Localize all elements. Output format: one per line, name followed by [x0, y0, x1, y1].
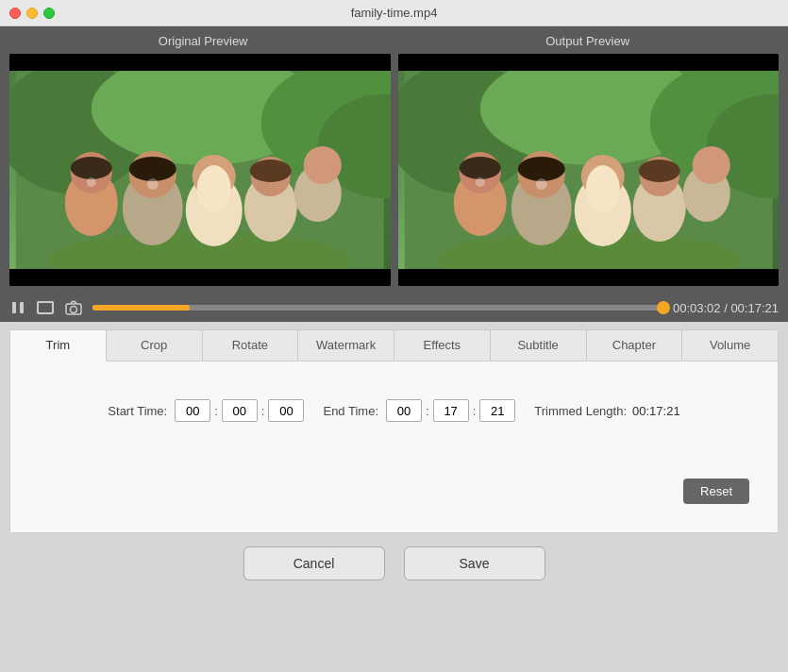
svg-rect-46 [38, 302, 53, 313]
svg-point-41 [692, 146, 729, 184]
svg-point-43 [535, 178, 546, 190]
close-button[interactable] [9, 8, 21, 19]
frame-button[interactable] [36, 299, 55, 316]
svg-point-14 [197, 165, 231, 212]
maximize-button[interactable] [43, 8, 55, 19]
original-video-panel [9, 54, 391, 286]
frame-icon [36, 299, 55, 316]
svg-rect-45 [20, 302, 24, 313]
tab-watermark[interactable]: Watermark [298, 330, 394, 361]
cancel-button[interactable]: Cancel [243, 546, 385, 580]
output-video-image [398, 71, 780, 269]
preview-area: Original Preview Output Preview [0, 26, 788, 294]
svg-point-19 [304, 146, 342, 184]
svg-point-21 [147, 178, 159, 190]
end-hh-input[interactable] [386, 399, 422, 422]
start-hh-input[interactable] [175, 399, 210, 422]
progress-thumb[interactable] [657, 301, 670, 314]
output-label: Output Preview [545, 34, 629, 48]
start-sep2: : [261, 404, 265, 418]
trim-row: Start Time: : : End Time: : : Trimmed Le… [29, 399, 759, 422]
trimmed-length-group: Trimmed Length: 00:17:21 [534, 404, 679, 418]
end-sep2: : [473, 404, 477, 418]
time-display: 00:03:02 / 00:17:21 [673, 301, 779, 315]
tabs-header: Trim Crop Rotate Watermark Effects Subti… [10, 330, 778, 361]
start-time-group: Start Time: : : [108, 399, 304, 422]
end-time-group: End Time: : : [323, 399, 515, 422]
controls-bar: 00:03:02 / 00:17:21 [0, 294, 788, 322]
end-ss-input[interactable] [479, 399, 515, 422]
trim-panel: Start Time: : : End Time: : : Trimmed Le… [10, 361, 778, 532]
svg-point-36 [585, 165, 619, 212]
original-video-svg [9, 71, 391, 269]
preview-videos [9, 54, 779, 286]
reset-row: Reset [29, 479, 759, 513]
start-ss-input[interactable] [268, 399, 304, 422]
end-time-label: End Time: [323, 404, 378, 418]
svg-rect-44 [12, 302, 16, 313]
svg-point-11 [129, 157, 176, 181]
top-bar-output [398, 54, 780, 71]
window-title: family-time.mp4 [351, 6, 438, 20]
tab-trim[interactable]: Trim [10, 330, 107, 361]
svg-point-33 [517, 157, 564, 181]
svg-point-42 [475, 177, 484, 187]
minimize-button[interactable] [26, 8, 38, 19]
tab-chapter[interactable]: Chapter [587, 330, 683, 361]
svg-point-48 [71, 307, 77, 313]
end-sep1: : [426, 404, 429, 418]
svg-point-39 [638, 160, 679, 182]
tab-effects[interactable]: Effects [394, 330, 491, 361]
tab-subtitle[interactable]: Subtitle [491, 330, 587, 361]
top-bar-original [9, 54, 391, 71]
start-mm-input[interactable] [222, 399, 258, 422]
trimmed-label: Trimmed Length: [534, 404, 627, 418]
start-time-label: Start Time: [108, 404, 167, 418]
progress-bar[interactable] [92, 305, 663, 311]
output-video-svg [398, 71, 780, 269]
bottom-bar-original [9, 269, 391, 286]
save-button[interactable]: Save [404, 546, 545, 580]
svg-point-30 [459, 157, 500, 179]
camera-icon [64, 299, 83, 316]
pause-icon [9, 299, 26, 316]
reset-button[interactable]: Reset [683, 479, 749, 504]
output-video-panel [398, 54, 780, 286]
svg-point-20 [87, 177, 96, 187]
svg-point-17 [250, 160, 292, 182]
pause-button[interactable] [9, 299, 26, 316]
svg-point-8 [71, 157, 112, 179]
start-sep1: : [214, 404, 218, 418]
original-video-image [9, 71, 391, 269]
titlebar: family-time.mp4 [0, 0, 788, 26]
bottom-buttons: Cancel Save [0, 546, 788, 580]
trimmed-value: 00:17:21 [632, 404, 680, 418]
tab-volume[interactable]: Volume [682, 330, 778, 361]
tab-rotate[interactable]: Rotate [203, 330, 299, 361]
end-mm-input[interactable] [433, 399, 469, 422]
traffic-lights [9, 8, 55, 19]
preview-labels: Original Preview Output Preview [9, 34, 779, 48]
tab-crop[interactable]: Crop [107, 330, 203, 361]
tabs-section: Trim Crop Rotate Watermark Effects Subti… [9, 329, 779, 533]
original-label: Original Preview [159, 34, 248, 48]
bottom-bar-output [398, 269, 780, 286]
progress-fill [92, 305, 190, 311]
screenshot-button[interactable] [64, 299, 83, 316]
